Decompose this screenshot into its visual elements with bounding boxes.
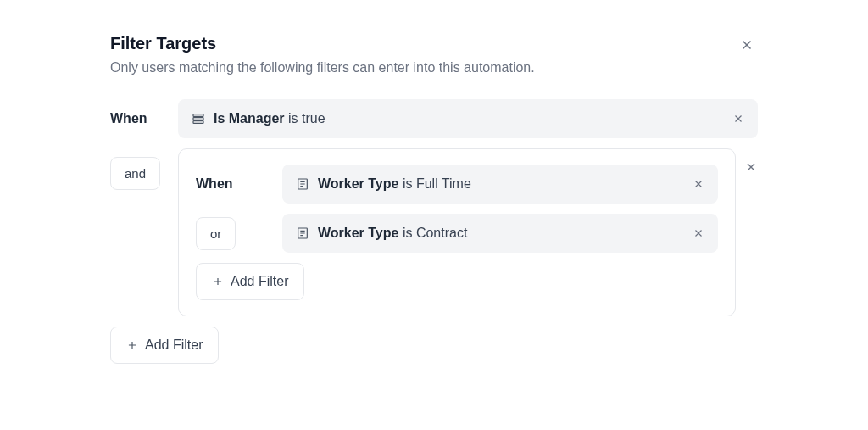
svg-rect-0: [193, 114, 203, 117]
filter-text: Is Manager is true: [214, 111, 724, 126]
when-label: When: [196, 176, 233, 192]
page-title: Filter Targets: [110, 34, 216, 53]
remove-filter-icon[interactable]: [732, 113, 744, 125]
filter-row: When Is Manager is true: [110, 99, 758, 138]
filter-chip[interactable]: Worker Type is Full Time: [282, 165, 718, 204]
filter-text: Worker Type is Contract: [318, 226, 684, 241]
filter-chip[interactable]: Is Manager is true: [178, 99, 758, 138]
page-subtitle: Only users matching the following filter…: [110, 60, 758, 75]
remove-filter-icon[interactable]: [693, 227, 704, 239]
field-icon: [296, 177, 309, 191]
when-label: When: [110, 111, 147, 126]
field-icon: [296, 226, 309, 240]
filter-text: Worker Type is Full Time: [318, 176, 684, 192]
filter-row: or Worker Type is Contract: [196, 214, 718, 253]
close-icon[interactable]: [736, 34, 758, 60]
plus-icon: [212, 276, 224, 288]
field-icon: [192, 112, 205, 126]
add-filter-label: Add Filter: [145, 338, 203, 353]
svg-rect-2: [193, 121, 203, 124]
filter-group: When Worker Type is Full Time or: [178, 148, 736, 316]
filter-chip[interactable]: Worker Type is Contract: [282, 214, 718, 253]
add-filter-button[interactable]: Add Filter: [196, 263, 304, 300]
and-operator[interactable]: and: [110, 157, 160, 190]
remove-group-icon[interactable]: [744, 148, 758, 177]
filter-group-row: and When Worker Type is Full Time: [110, 148, 758, 316]
remove-filter-icon[interactable]: [693, 178, 704, 190]
or-operator[interactable]: or: [196, 217, 236, 250]
plus-icon: [126, 339, 138, 351]
filter-row: When Worker Type is Full Time: [196, 165, 718, 204]
svg-rect-1: [193, 118, 203, 120]
add-filter-button[interactable]: Add Filter: [110, 327, 219, 364]
add-filter-label: Add Filter: [231, 274, 288, 289]
